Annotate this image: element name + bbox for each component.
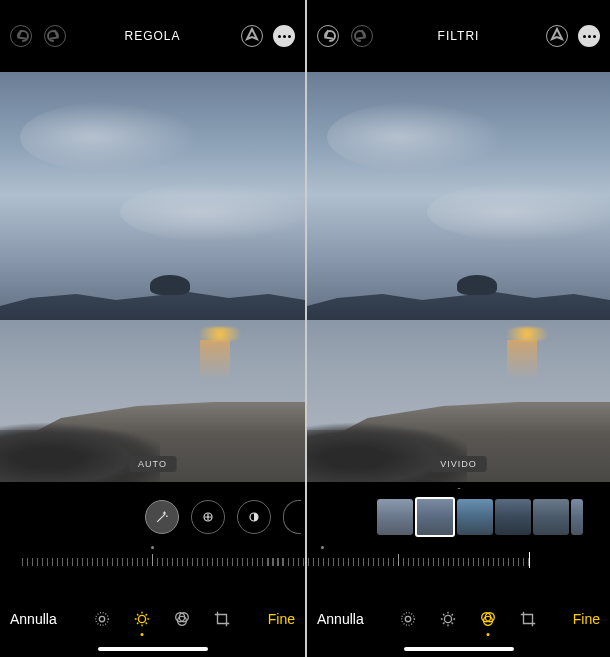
top-bar: FILTRI xyxy=(307,0,610,72)
slider-scale[interactable] xyxy=(307,546,610,574)
undo-button[interactable] xyxy=(317,25,339,47)
scale-indicator xyxy=(529,552,530,568)
tab-livephoto[interactable] xyxy=(399,610,417,628)
undo-button[interactable] xyxy=(10,25,32,47)
top-bar: REGOLA xyxy=(0,0,305,72)
filter-thumb-3[interactable] xyxy=(457,499,493,535)
more-icon xyxy=(278,35,291,38)
tab-filters[interactable] xyxy=(479,610,497,628)
adjust-badge[interactable]: AUTO xyxy=(128,456,177,472)
tab-adjust[interactable] xyxy=(439,610,457,628)
scale-marker-dot xyxy=(151,546,154,549)
svg-point-3 xyxy=(96,613,109,626)
home-indicator[interactable] xyxy=(404,647,514,651)
center-dot-icon xyxy=(457,488,460,489)
brilliance-tool[interactable] xyxy=(237,500,271,534)
edit-pane-regola: REGOLA AUTO Ann xyxy=(0,0,305,657)
markup-button[interactable] xyxy=(241,25,263,47)
redo-button[interactable] xyxy=(44,25,66,47)
cancel-button[interactable]: Annulla xyxy=(313,605,368,633)
bottom-bar: Annulla Fine xyxy=(307,591,610,647)
filter-thumb-vivid[interactable] xyxy=(415,497,455,537)
svg-point-9 xyxy=(402,613,415,626)
redo-button[interactable] xyxy=(351,25,373,47)
done-button[interactable]: Fine xyxy=(569,605,604,633)
adjust-tools-row xyxy=(0,488,305,546)
scale-marker-dot xyxy=(321,546,324,549)
bottom-bar: Annulla Fine xyxy=(0,591,305,647)
filter-thumb-6[interactable] xyxy=(571,499,583,535)
home-indicator[interactable] xyxy=(98,647,208,651)
photo-preview[interactable]: VIVIDO xyxy=(307,72,610,482)
svg-point-10 xyxy=(445,615,452,622)
done-button[interactable]: Fine xyxy=(264,605,299,633)
mode-title: REGOLA xyxy=(124,29,180,43)
filter-thumbnails-row[interactable] xyxy=(307,488,610,546)
filter-thumb-5[interactable] xyxy=(533,499,569,535)
edit-tabs xyxy=(93,610,231,628)
more-button[interactable] xyxy=(273,25,295,47)
tab-filters[interactable] xyxy=(173,610,191,628)
filter-badge[interactable]: VIVIDO xyxy=(430,456,487,472)
svg-point-8 xyxy=(406,616,411,621)
tab-crop[interactable] xyxy=(213,610,231,628)
cancel-button[interactable]: Annulla xyxy=(6,605,61,633)
filter-thumb-original[interactable] xyxy=(377,499,413,535)
edit-pane-filtri: FILTRI VIVIDO Annulla xyxy=(305,0,610,657)
photo-preview[interactable]: AUTO xyxy=(0,72,305,482)
mode-title: FILTRI xyxy=(438,29,480,43)
tab-livephoto[interactable] xyxy=(93,610,111,628)
tab-adjust[interactable] xyxy=(133,610,151,628)
svg-point-4 xyxy=(139,615,146,622)
more-button[interactable] xyxy=(578,25,600,47)
more-icon xyxy=(583,35,596,38)
markup-button[interactable] xyxy=(546,25,568,47)
filter-thumb-4[interactable] xyxy=(495,499,531,535)
svg-point-2 xyxy=(100,616,105,621)
exposure-tool[interactable] xyxy=(191,500,225,534)
edit-tabs xyxy=(399,610,537,628)
slider-scale[interactable] xyxy=(0,546,305,574)
auto-wand-tool[interactable] xyxy=(145,500,179,534)
next-tool-partial[interactable] xyxy=(283,500,301,534)
tab-crop[interactable] xyxy=(519,610,537,628)
